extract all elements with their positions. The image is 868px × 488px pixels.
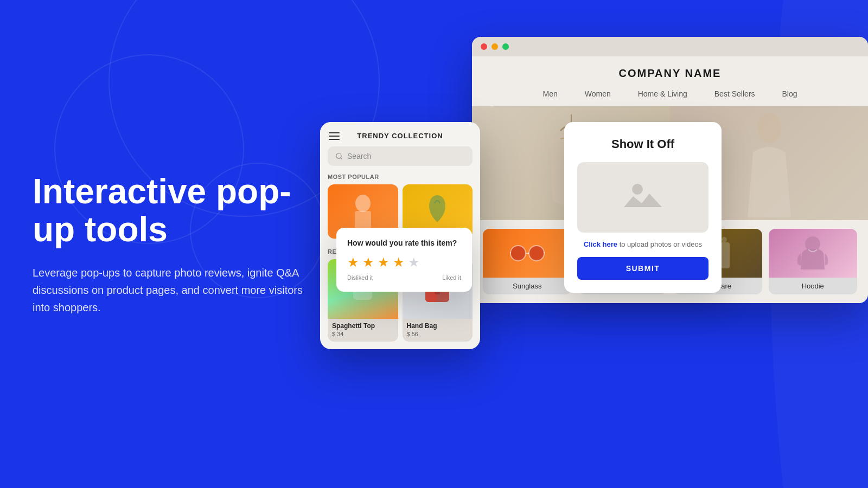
- sunglass-image: [483, 229, 572, 278]
- left-section: Interactive pop-up tools Leverage pop-up…: [33, 172, 315, 316]
- store-header: COMPANY NAME Men Women Home & Living Bes…: [472, 56, 868, 106]
- rating-popup: How would you rate this item? ★ ★ ★ ★ ★ …: [336, 228, 472, 292]
- app-title: TRENDY COLLECTION: [340, 132, 461, 140]
- category-sunglass[interactable]: Sunglass: [483, 229, 572, 294]
- svg-point-24: [722, 237, 727, 242]
- liked-label: Liked it: [442, 274, 461, 281]
- rating-labels: Disliked it Liked it: [347, 274, 461, 281]
- nav-women[interactable]: Women: [585, 89, 611, 98]
- show-it-off-popup: Show It Off Click here to upload photos …: [564, 122, 722, 293]
- submit-button[interactable]: SUBMIT: [577, 257, 709, 280]
- svg-point-26: [632, 184, 643, 195]
- mobile-search-bar[interactable]: Search: [328, 146, 473, 166]
- hamburger-menu-icon[interactable]: [329, 132, 340, 140]
- search-placeholder-text: Search: [347, 152, 371, 160]
- hoodie-label: Hoodie: [769, 278, 858, 294]
- sunglass-label: Sunglass: [483, 278, 572, 294]
- svg-point-12: [757, 113, 781, 143]
- browser-close-dot[interactable]: [481, 43, 487, 50]
- spaghetti-top-price: $ 34: [328, 331, 398, 342]
- store-navigation: Men Women Home & Living Best Sellers Blo…: [494, 89, 846, 106]
- most-popular-label: MOST POPULAR: [320, 174, 480, 184]
- upload-text-suffix: to upload photos or videos: [617, 240, 702, 248]
- popup-title: Show It Off: [577, 137, 709, 151]
- disliked-label: Disliked it: [347, 274, 373, 281]
- image-upload-svg: [621, 177, 665, 215]
- svg-rect-3: [355, 211, 371, 228]
- handbag-name: Hand Bag: [403, 319, 473, 331]
- spaghetti-top-name: Spaghetti Top: [328, 319, 398, 331]
- stars-row[interactable]: ★ ★ ★ ★ ★: [347, 255, 461, 270]
- model-silhouette: [737, 109, 802, 217]
- nav-blog[interactable]: Blog: [782, 89, 797, 98]
- star-4[interactable]: ★: [393, 255, 405, 270]
- svg-line-1: [341, 158, 342, 159]
- hoodie-image: [769, 229, 858, 278]
- handbag-price: $ 56: [403, 331, 473, 342]
- mobile-header: TRENDY COLLECTION: [320, 122, 480, 146]
- star-5[interactable]: ★: [408, 255, 420, 270]
- nav-home-living[interactable]: Home & Living: [638, 89, 687, 98]
- nav-best-sellers[interactable]: Best Sellers: [714, 89, 755, 98]
- search-icon: [335, 152, 343, 160]
- store-name: COMPANY NAME: [494, 67, 846, 80]
- svg-point-13: [510, 246, 526, 261]
- category-hoodie[interactable]: Hoodie: [769, 229, 858, 294]
- upload-instructions: Click here to upload photos or videos: [577, 240, 709, 248]
- upload-area[interactable]: [577, 162, 709, 233]
- star-3[interactable]: ★: [378, 255, 390, 270]
- svg-point-14: [529, 246, 544, 261]
- upload-icon: [621, 177, 665, 217]
- star-1[interactable]: ★: [347, 255, 359, 270]
- svg-point-0: [336, 153, 341, 158]
- rating-question: How would you rate this item?: [347, 239, 461, 247]
- hero-subtitle: Leverage pop-ups to capture photo review…: [33, 264, 315, 316]
- hero-title: Interactive pop-up tools: [33, 172, 315, 249]
- nav-men[interactable]: Men: [543, 89, 558, 98]
- browser-minimize-dot[interactable]: [492, 43, 498, 50]
- browser-maximize-dot[interactable]: [502, 43, 509, 50]
- click-here-link[interactable]: Click here: [584, 240, 617, 248]
- browser-chrome-bar: [472, 37, 868, 56]
- svg-point-2: [355, 195, 371, 212]
- star-2[interactable]: ★: [362, 255, 374, 270]
